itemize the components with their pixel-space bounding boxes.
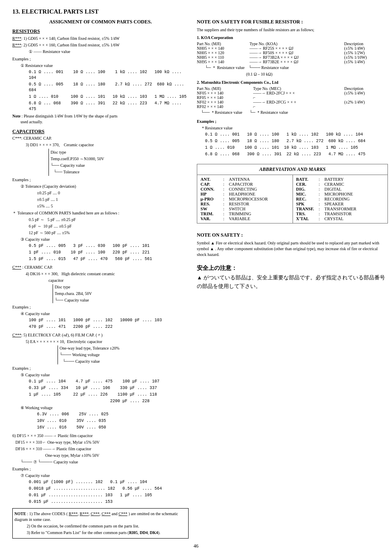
cap1-label: C***: CERAMIC CAP. [12,136,189,141]
koa-note: └─ ＊ Resistance value └─── Resistance va… [205,65,388,77]
examples-c4-label: Examples ; [12,466,189,472]
abbr-row: HP:HEADPHONE [201,192,289,196]
r-table: 0.1 Ω .... 001 10 Ω .... 100 1 kΩ .... 1… [29,69,189,112]
abbr-row: μ-PRO:MICROPROCESSOR [201,197,289,201]
abbr-row: REC.:RECORDING [296,197,384,201]
r-line1: R***: 1) GD05 × × × 140, Carbon film fix… [12,36,189,41]
right-column: NOTE ON SAFETY FOR FUSIBLE RESISTOR : Th… [197,18,388,539]
koa-table: Part No. (MJI) Type No. (KOA) Descriptio… [197,41,388,64]
matsu-row: RF05 × × × 140 ⌐ [197,95,388,100]
abbr-row: TRANSF.:TRANSFORMER [296,207,384,211]
c3-cap-val: ⑤ Capacity value 0.1 μF .... 104 4.7 μF … [21,372,189,404]
abbr-row: BATT.:BATTERY [296,177,384,182]
abbr-row: CONN.:CONNECTING [201,187,289,191]
cap3-label: C***: 5) ELECTROLY CAP. (㎖), 6) FILM CAP… [12,332,189,338]
abbr-row: CER.:CERAMIC [296,182,384,187]
abbr-right-half: BATT.:BATTERY CER.:CERAMIC DIG.:DIGITAL … [293,175,387,223]
note-safety-section: NOTE ON SAFETY : Symbol ▲ Fire or electr… [197,232,388,258]
cap3-detail: 5) EA × × × × × × × 10, Electrolytic cap… [21,339,189,364]
abbr-row: SPK:SPEAKER [296,202,384,206]
abbr-row: VAR.:VARIABLE [201,216,289,221]
note-r: Note : Please distinguish 1/4W from 1/6W… [12,113,189,125]
abbr-row: DIG.:DIGITAL [296,187,384,191]
abbr-section: ABBREVIATION AND MARKS ANT.:ANTENNA CAP.… [197,164,388,223]
matsu-title: 2. Matsushita Electronic Components Co.,… [197,80,388,85]
abbr-row: X'TAL:CRYSTAL [296,216,384,221]
cap4-detail: 6) DF15 × × × 350 ——→ Plastic film capac… [12,433,189,465]
matsu-header-row: Part No. (MJI) Type No. (MEC) Descriptio… [197,86,388,91]
matsu-table: Part No. (MJI) Type No. (MEC) Descriptio… [197,86,388,109]
examples-c1-label: Examples ; [12,177,189,183]
abbr-inner: ANT.:ANTENNA CAP.:CAPACITOR CONN.:CONNEC… [197,175,387,223]
c1-tol: ② Tolerance (Capacity deviation) ±0.25 p… [21,184,189,209]
matsu-note: └── ＊Resistance value └─ ＊Resistance val… [201,110,388,115]
page-container: 13. ELECTRICAL PARTS LIST ASSIGNMENT OF … [12,8,380,550]
examples-r-label: Examples ; [12,56,189,62]
c2-cap-val: ④ Capacity value 100 pF .... 101 1000 pF… [21,311,189,330]
abbr-row: TRIM.:TRIMMING [201,212,289,216]
page-number: 46 [12,543,380,550]
abbr-row: RES.:RESISTOR [201,202,289,206]
r2-note: ＊Resistance value [201,125,388,131]
cap2-detail: 4) DK16 × × × 300, High dielectric const… [21,271,189,303]
safety-resistor-title: NOTE ON SAFETY FOR FUSIBLE RESISTOR : [197,18,388,25]
matsu-row: NF02 × × × 140 ——→ ERD-2FCG × × × (±2% 1… [197,100,388,104]
examples-c3-label: Examples ; [12,366,189,371]
r-line2: R***: 2) GD05 × × × 160, Carbon film fix… [12,42,189,48]
abbr-left-half: ANT.:ANTENNA CAP.:CAPACITOR CONN.:CONNEC… [197,175,292,223]
safety-intro: The suppliers and their type numbers of … [197,27,388,33]
abbr-title: ABBREVIATION AND MARKS [197,164,387,175]
r-resistance-label: ① Resistance value [21,63,189,69]
main-two-col: ASSIGNMENT OF COMMON PARTS CODES. RESIST… [12,18,380,539]
abbr-row: SW:SWITCH [201,207,289,211]
abbr-row: ANT.:ANTENNA [201,177,289,182]
note-safety-title: NOTE ON SAFETY : [197,232,388,239]
c1-tol-note: ＊ Tolerance of COMMON PARTS handled here… [12,210,189,236]
matsu-row: NF05 × × × 140 ——→ ERD-2FCJ × × × (±5% 1… [197,91,388,95]
abbr-row: MIC.:MICROPHONE [296,192,384,196]
abbr-row: TRS.:TRAMSISTOR [296,212,384,216]
examples-r2-label: Examples ; [197,119,388,124]
c3-wv: ⑥ Working voltage 6.3V .... 006 25V ....… [21,405,189,431]
c4-cap-val: ⑦ Capacity value 0.001 μF (1000 pF) ....… [21,473,189,505]
cap2-label: C*** : CERAMIC CAP. [12,265,189,270]
jp-warning: ▲ がついている部品は、安全上重要な部品です。必ず指定されている部品番号の部品を… [197,274,388,291]
koa-header-row: Part No. (MJI) Type No. (KOA) Descriptio… [197,41,388,46]
koa-title: 1. KOA Corporation [197,35,388,41]
r2-table: 0.1 Ω .... 001 10 Ω .... 100 1 kΩ .... 1… [205,132,388,157]
section-title: 13. ELECTRICAL PARTS LIST [12,8,380,15]
koa-row: NH95 × × × 140 ——→ RF73B2E × × × × ΩJ (±… [197,60,388,64]
resistors-title: RESISTORS [12,28,189,35]
matsu-row: RF02 × × × 140 ⌐ [197,104,388,109]
koa-h1: Part No. (MJI) [197,41,249,46]
koa-h2: Type No. (KOA) [249,41,344,46]
c1-cap-val: ③ Capacity value 0.5 pF .... 005 3 pF ..… [21,237,189,262]
note-safety-text: Symbol ▲ Fire or electrical shock hazard… [197,240,388,258]
note-bottom: NOTE : 1) The above CODES ( R***, R***, … [12,508,189,539]
assignment-title: ASSIGNMENT OF COMMON PARTS CODES. [12,18,189,25]
capacitors-title: CAPACITORS [12,128,189,135]
jp-title: 安全上の注意： [197,264,388,272]
koa-row: NH85 × × × 110 ——→ RF73B2A × × × × ΩJ (±… [197,55,388,60]
koa-row: NH05 × × × 120 ——→ RF50S × × × × ΩJ (±5%… [197,51,388,55]
cap1-detail: 3) DD1 × × × × 370, Ceramic capacitor Di… [21,142,189,176]
japanese-section: 安全上の注意： ▲ がついている部品は、安全上重要な部品です。必ず指定されている… [197,264,388,291]
r-arrow-area: ① —— Resistance value [29,49,189,55]
left-column: ASSIGNMENT OF COMMON PARTS CODES. RESIST… [12,18,189,539]
koa-h3: Description [344,41,388,46]
koa-row: NH05 × × × 140 ——→ RF25S × × × × ΩJ (±5%… [197,46,388,51]
examples-c2-label: Examples ; [12,304,189,310]
abbr-row: CAP.:CAPACITOR [201,182,289,187]
